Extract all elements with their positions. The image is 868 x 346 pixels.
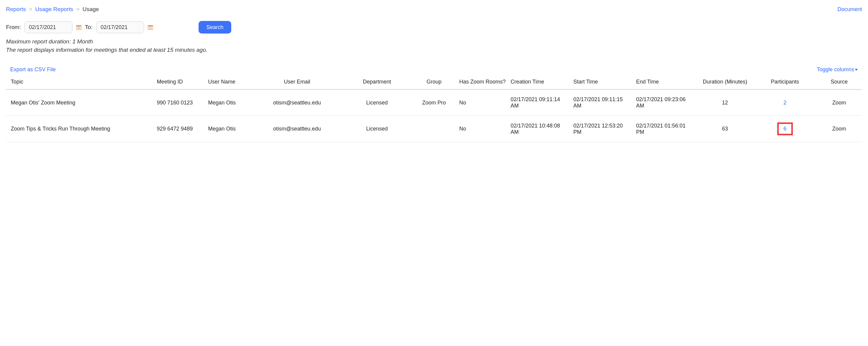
usage-report-table: Topic Meeting ID User Name User Email De… bbox=[6, 76, 862, 142]
chevron-right-icon: > bbox=[29, 6, 32, 12]
col-header-department[interactable]: Department bbox=[343, 76, 411, 90]
col-header-creation-time[interactable]: Creation Time bbox=[508, 76, 571, 90]
cell-participants: 6 bbox=[753, 116, 816, 142]
toggle-columns-button[interactable]: Toggle columns bbox=[817, 66, 858, 73]
cell-duration: 63 bbox=[696, 116, 753, 142]
cell-topic: Megan Otis' Zoom Meeting bbox=[6, 90, 154, 116]
date-filter-row: From: To: Search bbox=[6, 21, 862, 34]
cell-end-time: 02/17/2021 01:56:01 PM bbox=[634, 116, 697, 142]
cell-has-rooms: No bbox=[457, 90, 508, 116]
cell-source: Zoom bbox=[816, 116, 862, 142]
cell-participants: 2 bbox=[753, 90, 816, 116]
toggle-columns-label: Toggle columns bbox=[817, 66, 854, 73]
col-header-participants[interactable]: Participants bbox=[753, 76, 816, 90]
cell-department: Licensed bbox=[343, 116, 411, 142]
calendar-icon[interactable] bbox=[76, 25, 82, 30]
col-header-group[interactable]: Group bbox=[411, 76, 457, 90]
delay-note: The report displays information for meet… bbox=[6, 47, 862, 53]
highlight-annotation: 6 bbox=[777, 123, 793, 135]
cell-group: Zoom Pro bbox=[411, 90, 457, 116]
caret-down-icon bbox=[855, 69, 858, 71]
table-row: Megan Otis' Zoom Meeting990 7160 0123Meg… bbox=[6, 90, 862, 116]
breadcrumb-current: Usage bbox=[82, 6, 99, 12]
topic-text: Megan Otis' Zoom Meeting bbox=[11, 100, 152, 106]
svg-rect-1 bbox=[76, 26, 81, 26]
col-header-user-name[interactable]: User Name bbox=[206, 76, 251, 90]
cell-user-email: otism@seattleu.edu bbox=[251, 116, 343, 142]
cell-start-time: 02/17/2021 09:11:15 AM bbox=[571, 90, 634, 116]
breadcrumb-reports[interactable]: Reports bbox=[6, 6, 26, 12]
cell-meeting-id: 990 7160 0123 bbox=[154, 90, 206, 116]
from-label: From: bbox=[6, 24, 21, 31]
col-header-start-time[interactable]: Start Time bbox=[571, 76, 634, 90]
cell-start-time: 02/17/2021 12:53:20 PM bbox=[571, 116, 634, 142]
table-row: Zoom Tips & Tricks Run Through Meeting92… bbox=[6, 116, 862, 142]
col-header-meeting-id[interactable]: Meeting ID bbox=[154, 76, 206, 90]
participants-link[interactable]: 6 bbox=[783, 126, 786, 132]
cell-group bbox=[411, 116, 457, 142]
cell-duration: 12 bbox=[696, 90, 753, 116]
breadcrumb: Reports > Usage Reports > Usage bbox=[6, 6, 99, 12]
cell-creation-time: 02/17/2021 09:11:14 AM bbox=[508, 90, 571, 116]
svg-rect-6 bbox=[148, 26, 153, 26]
table-header-row: Topic Meeting ID User Name User Email De… bbox=[6, 76, 862, 90]
cell-user-email: otism@seattleu.edu bbox=[251, 90, 343, 116]
cell-topic: Zoom Tips & Tricks Run Through Meeting bbox=[6, 116, 154, 142]
col-header-has-rooms[interactable]: Has Zoom Rooms? bbox=[457, 76, 508, 90]
cell-has-rooms: No bbox=[457, 116, 508, 142]
export-csv-link[interactable]: Export as CSV File bbox=[10, 66, 56, 73]
col-header-source[interactable]: Source bbox=[816, 76, 862, 90]
cell-source: Zoom bbox=[816, 90, 862, 116]
cell-department: Licensed bbox=[343, 90, 411, 116]
col-header-duration[interactable]: Duration (Minutes) bbox=[696, 76, 753, 90]
cell-creation-time: 02/17/2021 10:48:08 AM bbox=[508, 116, 571, 142]
from-date-input[interactable] bbox=[25, 21, 72, 33]
participants-link[interactable]: 2 bbox=[783, 100, 786, 106]
chevron-right-icon: > bbox=[76, 6, 80, 12]
calendar-icon[interactable] bbox=[148, 25, 153, 30]
col-header-user-email[interactable]: User Email bbox=[251, 76, 343, 90]
topic-text: Zoom Tips & Tricks Run Through Meeting bbox=[11, 126, 152, 132]
to-label: To: bbox=[85, 24, 93, 31]
col-header-topic[interactable]: Topic bbox=[6, 76, 154, 90]
cell-user-name: Megan Otis bbox=[206, 90, 251, 116]
cell-end-time: 02/17/2021 09:23:06 AM bbox=[634, 90, 697, 116]
search-button[interactable]: Search bbox=[198, 21, 231, 34]
cell-meeting-id: 929 6472 9489 bbox=[154, 116, 206, 142]
to-date-input[interactable] bbox=[96, 21, 144, 33]
document-link[interactable]: Document bbox=[837, 6, 862, 12]
breadcrumb-usage-reports[interactable]: Usage Reports bbox=[35, 6, 73, 12]
max-duration-note: Maximum report duration: 1 Month bbox=[6, 38, 862, 45]
col-header-end-time[interactable]: End Time bbox=[634, 76, 697, 90]
cell-user-name: Megan Otis bbox=[206, 116, 251, 142]
